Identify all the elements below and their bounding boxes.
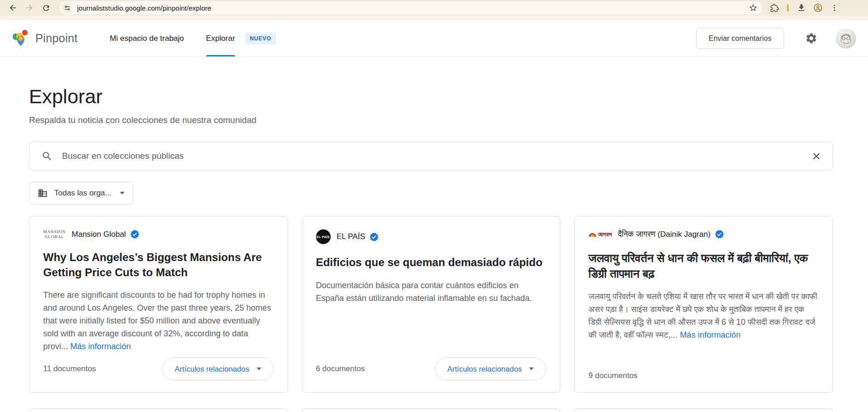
nav-item-workspace[interactable]: Mi espacio de trabajo bbox=[110, 20, 184, 56]
main-nav: Mi espacio de trabajo Explorar NUEVO bbox=[110, 20, 276, 56]
pinpoint-logo-icon bbox=[12, 29, 29, 48]
browser-menu-icon bbox=[830, 4, 839, 12]
page-title: Explorar bbox=[29, 85, 833, 108]
collection-excerpt: There are significant discounts to be ha… bbox=[43, 289, 274, 353]
gear-icon bbox=[805, 32, 817, 45]
collection-excerpt: जलवायु परिवर्तन के चलते एशिया में खास तौ… bbox=[588, 290, 819, 342]
address-bar[interactable]: journaliststudio.google.com/pinpoint/exp… bbox=[60, 1, 762, 14]
el-pais-logo: EL PAÍS bbox=[316, 229, 331, 244]
organization-filter[interactable]: Todas las orga... bbox=[29, 182, 133, 205]
chrome-theme-strip bbox=[0, 16, 868, 20]
more-info-link[interactable]: Más información bbox=[70, 342, 131, 351]
dainik-jagran-logo: जागरण bbox=[588, 232, 612, 237]
chrome-profile-button[interactable] bbox=[812, 1, 824, 14]
active-tab-underline bbox=[206, 55, 235, 56]
nav-item-explore[interactable]: Explorar bbox=[206, 20, 235, 56]
publisher-row: EL PAÍS EL PAÍS bbox=[316, 229, 547, 244]
more-info-link[interactable]: Más información bbox=[680, 330, 740, 340]
publisher-row: MANSIONGLOBAL Mansion Global bbox=[43, 229, 274, 239]
collection-card-partial[interactable] bbox=[29, 408, 288, 412]
refresh-icon bbox=[42, 4, 51, 12]
collection-title: Why Los Angeles’s Biggest Mansions Are G… bbox=[43, 250, 274, 280]
header-actions: Enviar comentarios bbox=[696, 28, 856, 49]
app-header: Pinpoint Mi espacio de trabajo Explorar … bbox=[0, 20, 868, 57]
chrome-profile-icon bbox=[813, 3, 823, 13]
dropdown-caret-icon bbox=[257, 367, 261, 370]
collection-card-el-pais[interactable]: EL PAÍS EL PAÍS Edificios que se queman … bbox=[302, 216, 561, 393]
related-articles-button[interactable]: Artículos relacionados bbox=[162, 357, 273, 380]
card-footer: 9 documentos bbox=[588, 371, 819, 380]
url-text: journaliststudio.google.com/pinpoint/exp… bbox=[77, 4, 749, 12]
verified-icon bbox=[715, 229, 724, 239]
publisher-name: Mansion Global bbox=[72, 230, 126, 239]
extensions-icon bbox=[770, 4, 779, 12]
dropdown-caret-icon bbox=[529, 367, 534, 370]
browser-menu-button[interactable] bbox=[828, 1, 841, 14]
chrome-accent-divider bbox=[787, 4, 789, 11]
new-badge: NUEVO bbox=[245, 33, 276, 45]
related-articles-button[interactable]: Artículos relacionados bbox=[435, 357, 546, 380]
download-icon bbox=[797, 3, 806, 12]
back-button[interactable] bbox=[6, 1, 19, 14]
organization-filter-label: Todas las orga... bbox=[54, 189, 112, 198]
forward-button[interactable] bbox=[23, 1, 36, 14]
collection-card-partial[interactable] bbox=[302, 408, 561, 412]
collection-excerpt: Documentación básica para contar cuántos… bbox=[316, 279, 547, 305]
organization-icon bbox=[38, 188, 48, 198]
next-cards-row bbox=[29, 408, 833, 412]
collection-cards: MANSIONGLOBAL Mansion Global Why Los Ang… bbox=[29, 216, 833, 393]
verified-icon bbox=[369, 232, 379, 242]
explore-page: Explorar Respalda tu noticia con colecci… bbox=[29, 85, 833, 412]
extensions-button[interactable] bbox=[768, 1, 781, 14]
document-count: 11 documentos bbox=[43, 364, 96, 373]
collection-title: Edificios que se queman demasiado rápido bbox=[316, 255, 547, 270]
back-icon bbox=[8, 3, 17, 12]
publisher-name: EL PAÍS bbox=[337, 232, 365, 241]
clear-search-button[interactable] bbox=[811, 151, 822, 161]
document-count: 6 documentos bbox=[316, 364, 365, 373]
mansion-global-logo: MANSIONGLOBAL bbox=[43, 229, 66, 239]
card-footer: 11 documentos Artículos relacionados bbox=[43, 357, 274, 380]
clear-icon bbox=[811, 151, 822, 161]
publisher-name: दैनिक जागरण (Dainik Jagran) bbox=[618, 230, 710, 239]
page-subtitle: Respalda tu noticia con colecciones de n… bbox=[29, 115, 833, 125]
document-count: 9 documentos bbox=[588, 371, 637, 380]
collection-card-partial[interactable] bbox=[574, 408, 833, 412]
card-footer: 6 documentos Artículos relacionados bbox=[316, 357, 547, 380]
forward-icon bbox=[25, 3, 34, 12]
search-input[interactable] bbox=[62, 151, 800, 161]
site-info-icon[interactable] bbox=[62, 2, 73, 13]
browser-chrome: journaliststudio.google.com/pinpoint/exp… bbox=[0, 0, 868, 20]
collection-card-mansion-global[interactable]: MANSIONGLOBAL Mansion Global Why Los Ang… bbox=[29, 216, 288, 393]
pinpoint-logo[interactable]: Pinpoint bbox=[12, 29, 78, 48]
bookmark-star-icon[interactable] bbox=[749, 3, 758, 12]
search-icon bbox=[41, 150, 53, 162]
publisher-row: जागरण दैनिक जागरण (Dainik Jagran) bbox=[588, 229, 819, 239]
collection-title: जलवायु परिवर्तन से धान की फसल में बढ़ी ब… bbox=[588, 250, 819, 281]
app-title: Pinpoint bbox=[35, 32, 78, 45]
dropdown-caret-icon bbox=[120, 192, 124, 195]
send-feedback-button[interactable]: Enviar comentarios bbox=[696, 28, 784, 49]
search-box bbox=[29, 142, 833, 170]
collection-card-dainik-jagran[interactable]: जागरण दैनिक जागरण (Dainik Jagran) जलवायु… bbox=[574, 216, 833, 393]
settings-button[interactable] bbox=[805, 32, 817, 45]
user-avatar[interactable] bbox=[836, 28, 856, 49]
downloads-button[interactable] bbox=[795, 1, 808, 14]
refresh-button[interactable] bbox=[39, 1, 52, 14]
verified-icon bbox=[130, 229, 140, 239]
